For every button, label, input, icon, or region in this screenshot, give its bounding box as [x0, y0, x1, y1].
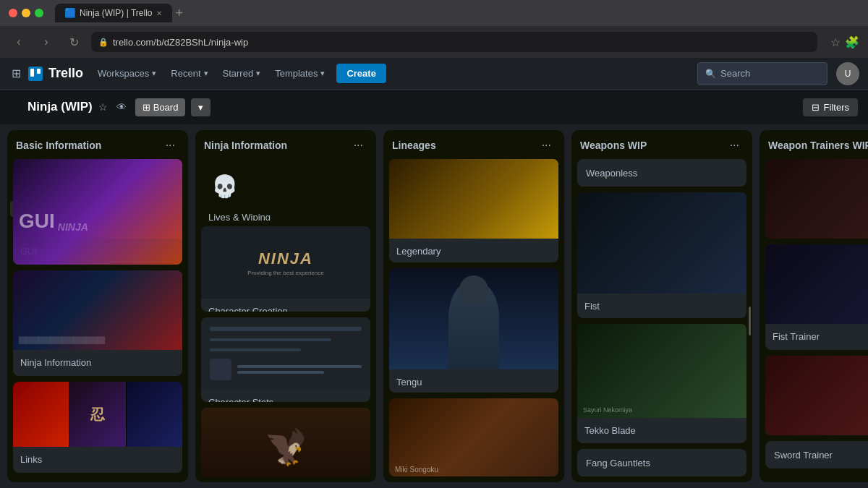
forward-button[interactable]: ›: [36, 32, 56, 52]
create-button[interactable]: Create: [336, 64, 386, 83]
card-body: Links: [13, 447, 182, 473]
tab-bar: 🟦 Ninja (WIP) | Trello ✕ +: [55, 4, 183, 22]
column-menu-button[interactable]: ···: [161, 137, 179, 153]
maximize-button[interactable]: [35, 9, 43, 17]
card-body: Legendary: [389, 239, 558, 262]
templates-menu[interactable]: Templates ▾: [269, 64, 331, 83]
card-tengu[interactable]: Tengu: [389, 268, 558, 393]
card-image-bird: 🦅: [201, 408, 370, 476]
column-menu-button[interactable]: ···: [537, 137, 556, 153]
filter-icon: ⊟: [812, 102, 820, 113]
refresh-button[interactable]: ↻: [64, 32, 84, 52]
card-fang-gauntlets[interactable]: Fang Gauntlets: [577, 449, 746, 476]
back-button[interactable]: ‹: [9, 32, 29, 52]
board-title: Ninja (WIP): [27, 100, 93, 114]
column-cards: GUI NINJA GUI ██████████████████████ Nin…: [7, 159, 188, 479]
card-body: Tekko Blade: [577, 418, 746, 443]
column-title: Weapon Trainers WIP: [768, 140, 868, 151]
trello-logo[interactable]: Trello: [27, 65, 83, 82]
board-content: Basic Information ··· GUI NINJA GUI: [0, 124, 868, 488]
card-sword-trainer[interactable]: Sword Trainer: [765, 441, 868, 468]
column-menu-button[interactable]: ···: [349, 137, 367, 153]
card-body: Character Creation: [201, 299, 370, 311]
grid-icon[interactable]: ⊞: [9, 64, 24, 83]
column-header: Weapons WIP ···: [571, 130, 752, 159]
board-visibility-button[interactable]: 👁: [114, 98, 129, 116]
card-body: Fist Trainer: [765, 324, 868, 350]
card-lives-wiping[interactable]: 💀 Lives & Wiping: [201, 159, 370, 221]
filters-label: Filters: [824, 102, 849, 113]
card-ninja-information[interactable]: ██████████████████████ Ninja Information: [13, 270, 182, 376]
column-header: Lineages ···: [383, 130, 564, 159]
recent-menu[interactable]: Recent ▾: [165, 64, 213, 83]
column-weapon-trainers-wip: Weapon Trainers WIP ··· Fist Trainer Hay…: [760, 130, 868, 482]
column-title: Basic Information: [16, 140, 101, 151]
starred-menu[interactable]: Starred ▾: [217, 64, 267, 83]
card-body: Ninja Information: [13, 350, 182, 376]
board-expand-button[interactable]: ▾: [191, 98, 210, 116]
card-body: Character Stats: [201, 390, 370, 402]
column-menu-button[interactable]: ···: [726, 137, 744, 153]
card-image-tengu: [389, 268, 558, 369]
card-image-gui: GUI NINJA: [13, 159, 182, 239]
column-ninja-information: Ninja Information ··· 💀 Lives & Wiping N…: [195, 130, 376, 482]
browser-nav-right: ☆ 🧩: [830, 35, 859, 49]
trello-app: ⊞ Trello Workspaces ▾ Recent ▾ Starred ▾…: [0, 58, 868, 488]
card-weaponless[interactable]: Weaponless: [577, 159, 746, 187]
skull-icon: 💀: [201, 159, 370, 205]
column-title: Ninja Information: [204, 140, 287, 151]
board-view-button[interactable]: ⊞ Board: [135, 98, 186, 116]
card-label: Legendary: [396, 246, 441, 257]
tab-favicon: 🟦: [65, 8, 75, 18]
column-cards: Weaponless Fist Sayuri Nekomiya: [571, 159, 752, 482]
workspaces-menu[interactable]: Workspaces ▾: [92, 64, 162, 83]
minimize-button[interactable]: [22, 9, 30, 17]
column-title: Weapons WIP: [580, 140, 647, 151]
card-tekko-blade[interactable]: Sayuri Nekomiya Tekko Blade: [577, 324, 746, 443]
card-kenjiro[interactable]: Sword Trainer Kenjiro Kaito: [765, 356, 868, 435]
card-label: Fang Gauntlets: [586, 458, 650, 468]
browser-tab[interactable]: 🟦 Ninja (WIP) | Trello ✕: [55, 4, 172, 22]
bookmark-star-icon[interactable]: ☆: [830, 35, 841, 49]
card-character-creation[interactable]: NINJA Providing the best experience Char…: [201, 226, 370, 311]
column-lineages: Lineages ··· Legendary: [383, 130, 564, 482]
board-grid-icon: ⊞: [142, 102, 150, 113]
close-button[interactable]: [9, 9, 17, 17]
browser-titlebar: 🟦 Ninja (WIP) | Trello ✕ +: [0, 0, 868, 26]
card-label: Character Creation: [208, 306, 288, 311]
column-title: Lineages: [392, 140, 436, 151]
chevron-down-icon: ▾: [204, 69, 208, 78]
card-label: Ninja Information: [20, 357, 91, 368]
chevron-down-icon: ▾: [256, 69, 260, 78]
tab-title: Ninja (WIP) | Trello: [80, 8, 152, 18]
card-image-kenjiro: Sword Trainer Kenjiro Kaito: [765, 356, 868, 435]
trello-nav: ⊞ Trello Workspaces ▾ Recent ▾ Starred ▾…: [0, 58, 868, 90]
card-miki[interactable]: Miki Songoku: [389, 398, 558, 476]
column-basic-information: Basic Information ··· GUI NINJA GUI: [7, 130, 188, 482]
card-hayato[interactable]: Fist Trainer Hayato Arata: [765, 159, 868, 239]
filters-button[interactable]: ⊟ Filters: [803, 98, 858, 116]
card-image-char-creation: NINJA Providing the best experience: [201, 226, 370, 299]
url-text: trello.com/b/dZ82BShL/ninja-wip: [113, 37, 248, 48]
new-tab-button[interactable]: +: [175, 6, 183, 21]
card-fist-trainer[interactable]: Fist Trainer: [765, 244, 868, 350]
card-gui[interactable]: GUI NINJA GUI: [13, 159, 182, 265]
card-label: Tengu: [396, 377, 422, 388]
card-label: Fist: [584, 301, 600, 312]
address-bar[interactable]: 🔒 trello.com/b/dZ82BShL/ninja-wip: [91, 32, 817, 52]
tab-close-icon[interactable]: ✕: [156, 9, 162, 17]
traffic-lights: [9, 9, 43, 17]
card-label: Weaponless: [586, 168, 637, 179]
card-bird[interactable]: 🦅: [201, 408, 370, 476]
card-character-stats[interactable]: Character Stats: [201, 317, 370, 402]
column-cards: Fist Trainer Hayato Arata Fist Trainer S…: [760, 159, 868, 474]
search-box[interactable]: 🔍 Search: [697, 62, 827, 85]
card-links[interactable]: 忍 Links: [13, 382, 182, 473]
column-cards: 💀 Lives & Wiping NINJA Providing the bes…: [195, 159, 376, 482]
card-legendary[interactable]: Legendary: [389, 159, 558, 262]
card-fist[interactable]: Fist: [577, 192, 746, 319]
card-label: Tekko Blade: [584, 425, 636, 436]
extensions-icon[interactable]: 🧩: [845, 35, 859, 49]
user-avatar[interactable]: U: [836, 62, 859, 85]
board-star-icon[interactable]: ☆: [98, 101, 108, 113]
